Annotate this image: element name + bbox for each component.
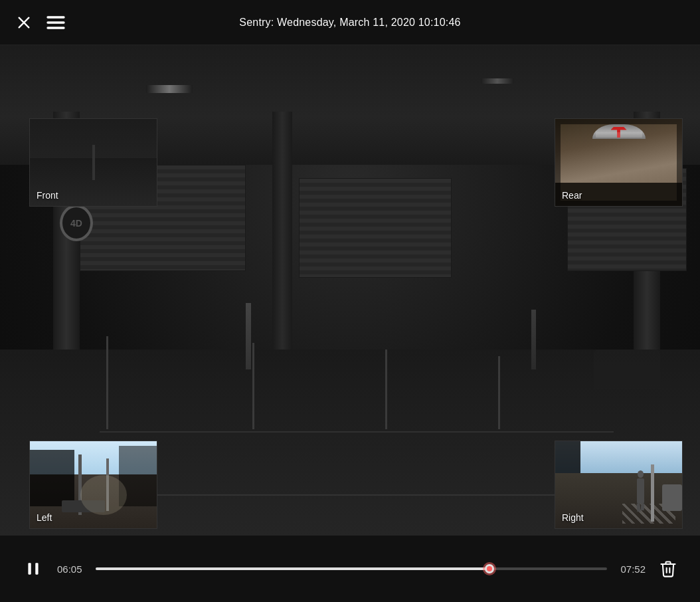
bollard-center bbox=[246, 303, 251, 369]
light-right bbox=[481, 78, 514, 84]
level-sign: 4D bbox=[60, 205, 93, 241]
bollard-right bbox=[531, 310, 536, 369]
controls-bar: 06:05 07:52 bbox=[0, 536, 700, 602]
current-time: 06:05 bbox=[57, 563, 85, 575]
top-bar: Sentry: Wednesday, March 11, 2020 10:10:… bbox=[0, 0, 700, 45]
close-button[interactable] bbox=[13, 12, 35, 33]
video-title: Sentry: Wednesday, March 11, 2020 10:10:… bbox=[239, 17, 460, 29]
pause-button[interactable] bbox=[20, 555, 46, 582]
delete-button[interactable] bbox=[656, 557, 680, 581]
svg-rect-6 bbox=[35, 563, 38, 574]
parking-line-2 bbox=[252, 343, 254, 429]
svg-rect-5 bbox=[28, 563, 31, 574]
progress-bar[interactable] bbox=[96, 567, 607, 570]
front-camera-thumbnail[interactable]: Front bbox=[29, 118, 157, 207]
rear-camera-label: Rear bbox=[562, 190, 582, 201]
right-camera-thumbnail[interactable]: Right bbox=[555, 441, 683, 529]
parking-line-h1 bbox=[100, 431, 614, 433]
shutter-2 bbox=[299, 178, 452, 278]
total-time: 07:52 bbox=[618, 563, 646, 575]
progress-thumb[interactable] bbox=[485, 564, 494, 573]
left-camera-label: Left bbox=[37, 512, 52, 523]
progress-fill bbox=[96, 567, 489, 570]
parking-line-1 bbox=[106, 336, 108, 429]
light-left bbox=[146, 85, 193, 93]
left-camera-thumbnail[interactable]: Left bbox=[29, 441, 157, 529]
parking-line-4 bbox=[498, 356, 500, 429]
vehicle-silhouette bbox=[594, 350, 660, 389]
rear-camera-thumbnail[interactable]: Rear bbox=[555, 118, 683, 207]
main-video-area: 4D Front bbox=[0, 45, 700, 536]
right-camera-label: Right bbox=[562, 512, 584, 523]
parking-line-3 bbox=[385, 350, 387, 429]
menu-button[interactable] bbox=[45, 12, 66, 33]
front-camera-label: Front bbox=[37, 190, 58, 201]
